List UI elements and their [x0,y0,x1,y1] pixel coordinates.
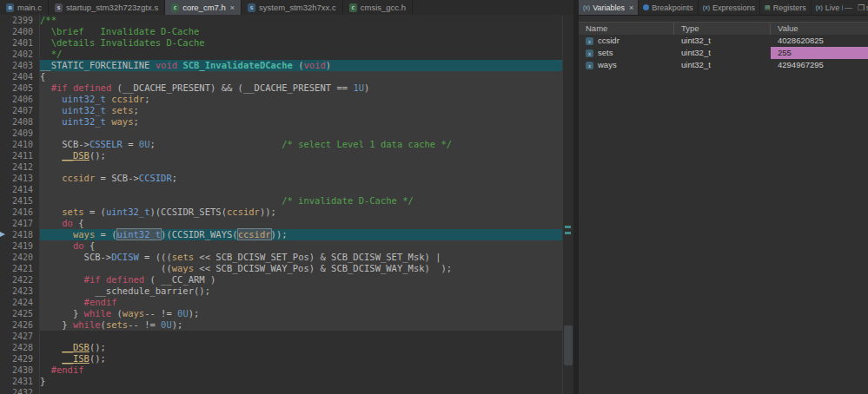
code-line-2412[interactable]: 2412 [0,161,563,173]
code-line-2417[interactable]: 2417 do { [0,218,563,229]
line-number[interactable]: 2431 [7,376,40,387]
annotation-ruler-cell[interactable] [0,139,7,150]
line-number[interactable]: 2400 [7,26,40,37]
code-text[interactable]: do { [40,218,563,229]
code-line-2430[interactable]: 2430 #endif [0,364,563,376]
code-text[interactable] [40,161,563,173]
annotation-ruler-cell[interactable] [0,364,7,376]
annotation-ruler-cell[interactable] [0,173,7,184]
annotation-ruler-cell[interactable] [0,207,7,218]
scrollbar-thumb[interactable] [564,325,573,365]
variable-name-cell[interactable]: xways [579,59,674,71]
variable-type-cell[interactable]: uint32_t [674,35,771,47]
code-text[interactable]: #endif [40,364,563,376]
code-line-2426[interactable]: 2426 } while(sets-- != 0U); [0,319,563,331]
variable-type-cell[interactable]: uint32_t [674,59,771,71]
variable-value-cell[interactable]: 4294967295 [771,59,868,71]
line-number[interactable]: 2413 [7,173,40,184]
code-text[interactable]: __DSB(); [40,150,563,161]
code-line-2424[interactable]: 2424 #endif [0,297,563,308]
code-text[interactable]: \details Invalidates D-Cache [40,37,563,49]
annotation-ruler-cell[interactable] [0,184,7,195]
code-text[interactable] [40,128,563,139]
line-number[interactable]: 2402 [7,49,40,60]
code-line-2429[interactable]: 2429 __ISB(); [0,353,563,364]
code-text[interactable]: __STATIC_FORCEINLINE void SCB_Invalidate… [40,60,563,71]
code-line-2407[interactable]: 2407 uint32_t sets; [0,105,563,116]
annotation-ruler-cell[interactable] [0,376,7,387]
view-tab-breakpoints[interactable]: Breakpoints [639,0,699,15]
annotation-ruler-cell[interactable] [0,353,7,364]
code-line-2418[interactable]: 2418 ways = (uint32_t)(CCSIDR_WAYS(ccsid… [0,229,563,240]
line-number[interactable]: 2406 [7,94,40,105]
code-editor[interactable]: 2399/**2400 \brief Invalidate D-Cache240… [0,15,573,394]
editor-tab-system-stm32h7xx-c[interactable]: ssystem_stm32h7xx.c [242,0,343,15]
annotation-ruler-cell[interactable] [0,128,7,139]
annotation-ruler-cell[interactable] [0,229,7,240]
code-text[interactable]: /** [40,15,563,26]
table-row-sets[interactable]: xsetsuint32_t255 [579,47,868,59]
view-tab-variables[interactable]: (x)Variables× [579,0,639,15]
code-text[interactable]: #if defined (__DCACHE_PRESENT) && (__DCA… [40,82,563,94]
line-number[interactable]: 2407 [7,105,40,116]
code-text[interactable]: uint32_t sets; [40,105,563,116]
editor-tab-cmsis-gcc-h[interactable]: ccmsis_gcc.h [343,0,413,15]
code-text[interactable]: SCB->DCISW = (((sets << SCB_DCISW_SET_Po… [40,252,563,263]
code-line-2401[interactable]: 2401 \details Invalidates D-Cache [0,37,563,49]
code-line-2413[interactable]: 2413 ccsidr = SCB->CCSIDR; [0,173,563,184]
code-line-2414[interactable]: 2414 [0,184,563,195]
annotation-ruler-cell[interactable] [0,252,7,263]
code-line-2405[interactable]: 2405 #if defined (__DCACHE_PRESENT) && (… [0,82,563,94]
code-text[interactable]: ((ways << SCB_DCISW_WAY_Pos) & SCB_DCISW… [40,263,563,274]
code-text[interactable]: ways = (uint32_t)(CCSIDR_WAYS(ccsidr)); [40,229,563,240]
annotation-ruler-cell[interactable] [0,308,7,319]
annotation-ruler-cell[interactable] [0,15,7,26]
code-text[interactable]: uint32_t ccsidr; [40,94,563,105]
close-icon[interactable]: × [230,3,235,12]
view-tab-expressions[interactable]: (x)Expressions [699,0,760,15]
line-number[interactable]: 2424 [7,297,40,308]
code-text[interactable]: #endif [40,297,563,308]
code-line-2423[interactable]: 2423 __schedule_barrier(); [0,286,563,297]
annotation-ruler-cell[interactable] [0,94,7,105]
line-number[interactable]: 2420 [7,252,40,263]
line-number[interactable]: 2404 [7,71,40,82]
line-number[interactable]: 2415 [7,195,40,207]
code-line-2419[interactable]: 2419 do { [0,240,563,252]
variable-value-cell[interactable]: 255 [771,47,868,59]
annotation-ruler-cell[interactable] [0,71,7,82]
code-text[interactable]: } while (ways-- != 0U); [40,308,563,319]
code-line-2427[interactable]: 2427 [0,331,563,342]
annotation-ruler-cell[interactable] [0,26,7,37]
line-number[interactable]: 2422 [7,274,40,286]
code-line-2415[interactable]: 2415 /* invalidate D-Cache */ [0,195,563,207]
code-line-2420[interactable]: 2420 SCB->DCISW = (((sets << SCB_DCISW_S… [0,252,563,263]
code-text[interactable]: */ [40,49,563,60]
code-line-2421[interactable]: 2421 ((ways << SCB_DCISW_WAY_Pos) & SCB_… [0,263,563,274]
code-text[interactable]: do { [40,240,563,252]
annotation-ruler-cell[interactable] [0,240,7,252]
line-number[interactable]: 2423 [7,286,40,297]
annotation-ruler-cell[interactable] [0,286,7,297]
table-row-ways[interactable]: xwaysuint32_t4294967295 [579,59,868,71]
variable-name-cell[interactable]: xsets [579,47,674,59]
line-number[interactable]: 2414 [7,184,40,195]
overview-ruler[interactable] [562,15,573,394]
code-line-2408[interactable]: 2408 uint32_t ways; [0,116,563,128]
line-number[interactable]: 2405 [7,82,40,94]
code-line-2404[interactable]: 2404{ [0,71,563,82]
annotation-ruler-cell[interactable] [0,263,7,274]
line-number[interactable]: 2410 [7,139,40,150]
line-number[interactable]: 2408 [7,116,40,128]
code-line-2399[interactable]: 2399/** [0,15,563,26]
line-number[interactable]: 2403 [7,60,40,71]
line-number[interactable]: 2417 [7,218,40,229]
editor-tab-main-c[interactable]: mmain.c [0,0,49,15]
annotation-ruler-cell[interactable] [0,82,7,94]
code-line-2400[interactable]: 2400 \brief Invalidate D-Cache [0,26,563,37]
code-text[interactable]: __ISB(); [40,353,563,364]
code-text[interactable]: #if defined ( __CC_ARM ) [40,274,563,286]
annotation-ruler-cell[interactable] [0,218,7,229]
annotation-ruler-cell[interactable] [0,60,7,71]
line-number[interactable]: 2426 [7,319,40,331]
